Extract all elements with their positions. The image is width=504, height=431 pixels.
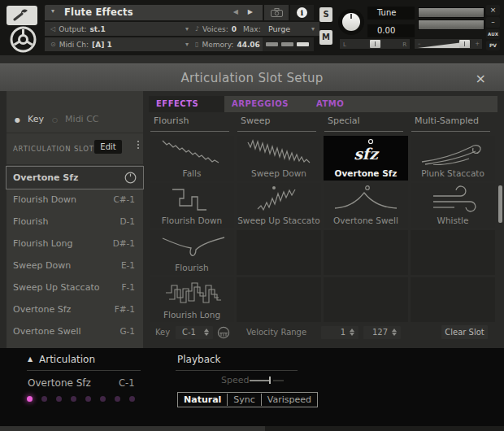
page-dot[interactable] [41,396,47,402]
kebab-menu-icon[interactable] [137,141,139,149]
stepper-arrows-icon[interactable] [350,329,354,336]
slot-row[interactable]: Sweep Down E-1 [7,255,143,276]
clear-slot-button[interactable]: Clear Slot [441,325,488,339]
velocity-min-stepper[interactable]: 1 [321,326,358,339]
volume-slider[interactable]: – + [414,38,483,50]
aux-button[interactable]: AUX [486,29,500,39]
output-label: Output: [59,25,86,33]
tune-knob[interactable] [338,9,364,35]
midi-dropdown-icon[interactable]: ▾ [185,41,189,48]
instrument-title: Flute Effects [64,7,133,18]
bottom-edge-left [0,426,265,431]
stepper-arrows-icon[interactable] [392,329,397,336]
tile-empty[interactable] [324,230,408,275]
tile-empty[interactable] [324,277,408,322]
tile-empty[interactable] [237,230,321,275]
next-instrument-icon[interactable]: ▶ [248,8,253,15]
instrument-menu-arrow-icon[interactable]: ▾ [51,7,54,15]
midi-channel-selector[interactable]: ⊙ Midi Ch: [A] 1 ▾ [45,37,193,51]
page-dot[interactable] [56,396,62,402]
wrench-button[interactable] [7,6,37,25]
edit-slots-button[interactable]: Edit [94,140,122,154]
page-dot[interactable] [129,396,135,402]
scrollbar-thumb[interactable] [498,185,502,223]
pan-slider[interactable]: L R [339,38,411,50]
tile-empty[interactable] [237,277,321,322]
purge-dropdown-icon[interactable]: ▾ [311,25,315,33]
memory-icon: ▯ [195,41,198,48]
pv-button[interactable]: PV [486,41,500,50]
page-dot[interactable] [115,396,120,402]
tile-flourish-down[interactable]: Flourish Down [150,183,234,228]
slot-key: F-1 [121,276,135,298]
tile-label: Flourish [150,263,234,272]
keyboard-icon[interactable] [217,326,230,339]
overtone-sfz-icon: sfz [328,137,403,165]
output-selector[interactable]: ◁ Output: st.1 ▾ [45,22,193,36]
key-label: Key [155,324,170,341]
mode-natural-button[interactable]: Natural [178,394,227,406]
info-button[interactable]: i [290,5,314,20]
voices-label: Voices: [202,25,228,33]
velocity-max-stepper[interactable]: 127 [363,326,401,339]
stepper-arrows-icon[interactable] [204,329,209,336]
slot-name: Sweep Down [13,255,71,276]
page-dot[interactable] [27,396,33,402]
bottom-panel: ▲ Articulation Overtone Sfz C-1 Playback… [0,348,504,426]
page-dot[interactable] [100,396,106,402]
tile-flourish-long[interactable]: Flourish Long [150,277,234,322]
speed-slider-handle[interactable] [269,377,271,384]
close-instrument-button[interactable]: × [486,5,500,15]
slot-key: D-1 [119,211,135,233]
tile-sweep-down[interactable]: Sweep Down [237,136,321,181]
category-tabs: EFFECTS ARPEGGIOS ATMO [149,96,497,112]
key-stepper[interactable]: C-1 [176,326,213,339]
slot-row[interactable]: Flourish D-1 [7,211,143,233]
mode-radio-key[interactable]: ● Key [15,110,44,125]
slot-key: D#-1 [113,233,135,255]
pan-handle[interactable] [370,40,380,48]
slot-row[interactable]: Flourish Long D#-1 [7,233,143,255]
tile-falls[interactable]: Falls [150,136,234,181]
mode-sync-button[interactable]: Sync [228,394,261,406]
midi-label: Midi Ch: [59,41,89,49]
dialog-close-icon[interactable]: × [476,71,486,86]
tile-whistle[interactable]: Whistle [411,183,495,228]
mode-varispeed-button[interactable]: Varispeed [262,394,317,406]
speed-slider-track[interactable] [250,380,271,381]
page-dot[interactable] [71,396,76,402]
instrument-title-bar[interactable]: ▾ Flute Effects ◀ ▶ [45,5,263,20]
slot-row[interactable]: Overtone Sfz [7,167,143,189]
slot-list: Overtone Sfz Flourish Down C#-1 Flourish… [7,167,143,342]
tile-plunk-staccato[interactable]: Plunk Staccato [411,136,495,181]
mute-button[interactable]: M [319,30,332,45]
slot-row[interactable]: Overtone Sfz F#-1 [7,298,143,320]
minimize-instrument-button[interactable]: – [486,17,500,28]
tile-flourish[interactable]: Flourish [150,230,234,275]
sweep-down-icon [241,137,316,165]
purge-menu[interactable]: Purge ▾ [263,22,319,36]
slot-row[interactable]: Overtone Swell G-1 [7,320,143,342]
svg-text:sfz: sfz [354,145,380,163]
mode-radio-midicc[interactable]: ○ Midi CC [52,110,99,125]
tile-overtone-sfz[interactable]: sfz Overtone Sfz [324,136,408,181]
slot-row[interactable]: Flourish Down C#-1 [7,189,143,211]
tab-arpeggios[interactable]: ARPEGGIOS [224,96,309,112]
page-dot[interactable] [85,396,91,402]
tile-empty[interactable] [411,230,495,275]
output-dropdown-icon[interactable]: ▾ [185,25,189,33]
tile-overtone-swell[interactable]: Overtone Swell [324,183,408,228]
tab-atmo[interactable]: ATMO [309,96,379,112]
volume-handle[interactable] [459,40,470,48]
slot-row[interactable]: Sweep Up Staccato F-1 [7,276,143,298]
solo-button[interactable]: S [319,7,332,22]
snapshot-button[interactable] [264,5,289,20]
tile-empty[interactable] [411,277,495,322]
collapse-arrow-icon[interactable]: ▲ [28,355,33,363]
tab-effects[interactable]: EFFECTS [149,96,224,112]
prev-instrument-icon[interactable]: ◀ [233,8,238,15]
tune-value[interactable]: 0.00 [367,24,415,37]
tile-sweep-up-staccato[interactable]: Sweep Up Staccato [237,183,321,228]
mode-key-label: Key [28,114,44,124]
slot-key: G-1 [119,320,135,342]
